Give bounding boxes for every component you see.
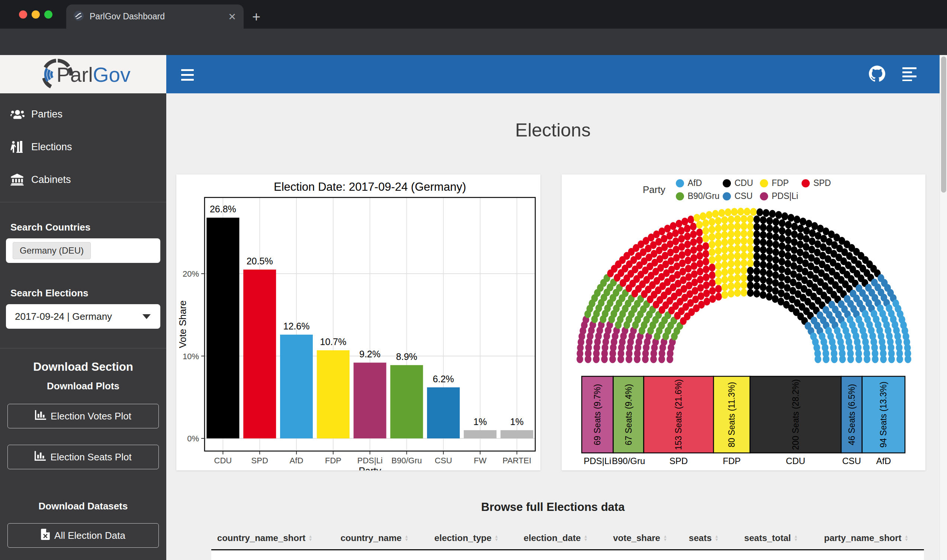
seat-dot-FDP xyxy=(728,290,734,297)
column-header-party_name_short[interactable]: party_name_short▲▼ xyxy=(824,533,909,543)
legend-item-PDS|Li: PDS|Li xyxy=(760,191,802,201)
legend-item-FDP: FDP xyxy=(760,178,802,188)
browser-tab[interactable]: ParlGov Dashboard ✕ xyxy=(66,5,243,29)
column-header-country_name[interactable]: country_name▲▼ xyxy=(341,533,409,543)
seat-dot-FDP xyxy=(734,215,741,223)
column-header-label: election_date xyxy=(524,533,581,543)
column-header-vote_share[interactable]: vote_share▲▼ xyxy=(613,533,667,543)
sidebar-item-elections[interactable]: Elections xyxy=(0,131,166,163)
new-tab-button[interactable]: + xyxy=(252,9,260,25)
page-scrollbar-thumb[interactable] xyxy=(941,57,946,192)
sort-icon[interactable]: ▲▼ xyxy=(494,535,499,542)
table-body xyxy=(211,550,924,560)
seat-dot-SPD xyxy=(690,246,697,254)
sort-icon[interactable]: ▲▼ xyxy=(584,535,588,542)
column-header-label: seats_total xyxy=(744,533,791,543)
seat-dot-FDP xyxy=(721,238,728,246)
sort-icon[interactable]: ▲▼ xyxy=(405,535,409,542)
votes-plot-card: Election Date: 2017-09-24 (Germany)26.8%… xyxy=(176,174,540,471)
seat-dot-CDU xyxy=(760,291,767,298)
header-menu-icon[interactable] xyxy=(902,66,919,83)
country-search-input[interactable]: Germany (DEU) xyxy=(6,238,160,263)
seat-dot-FDP xyxy=(728,252,734,260)
column-header-seats_total[interactable]: seats_total▲▼ xyxy=(744,533,798,543)
seat-dot-FDP xyxy=(708,241,715,248)
legend-dot xyxy=(760,192,768,200)
all-election-data-button[interactable]: All Election Data xyxy=(8,523,159,548)
column-header-election_date[interactable]: election_date▲▼ xyxy=(524,533,588,543)
seat-dot-SPD xyxy=(715,293,722,300)
sort-icon[interactable]: ▲▼ xyxy=(663,535,667,542)
seat-dot-SPD xyxy=(685,265,692,272)
seat-dot-CDU xyxy=(773,233,779,241)
sort-icon[interactable]: ▲▼ xyxy=(794,535,798,542)
column-header-country_name_short[interactable]: country_name_short▲▼ xyxy=(217,533,313,543)
users-icon xyxy=(11,109,27,120)
tab-close-icon[interactable]: ✕ xyxy=(228,12,236,22)
country-token[interactable]: Germany (DEU) xyxy=(13,242,91,259)
legend-item-AfD: AfD xyxy=(676,178,723,188)
legend-label: SPD xyxy=(813,178,831,188)
seat-dot-SPD xyxy=(681,217,688,225)
sort-icon[interactable]: ▲▼ xyxy=(308,535,313,542)
column-header-label: country_name_short xyxy=(217,533,305,543)
seat-dot-FDP xyxy=(741,259,747,267)
column-header-election_type[interactable]: election_type▲▼ xyxy=(434,533,499,543)
sidebar-item-label: Cabinets xyxy=(31,174,71,186)
votes-chart-title: Election Date: 2017-09-24 (Germany) xyxy=(274,180,466,193)
seat-dot-CDU xyxy=(803,235,810,243)
seat-segment-party-label: PDS|Li xyxy=(584,456,611,466)
seat-dot-SPD xyxy=(690,223,697,231)
sidebar-toggle-icon[interactable] xyxy=(181,69,194,84)
sidebar-item-label: Parties xyxy=(31,109,63,120)
column-header-label: election_type xyxy=(434,533,491,543)
seat-dot-CDU xyxy=(803,243,809,251)
sidebar-item-cabinets[interactable]: Cabinets xyxy=(0,163,166,196)
search-countries-label: Search Countries xyxy=(0,222,166,233)
seat-dot-CDU xyxy=(760,268,767,276)
seat-dot-FDP xyxy=(721,231,728,239)
seat-dot-CDU xyxy=(763,209,770,217)
seat-segment-label: 46 Seats (6.5%) xyxy=(847,384,857,445)
bar-CSU xyxy=(427,388,460,438)
seat-dot-FDP xyxy=(702,219,709,227)
seat-dot-CDU xyxy=(766,217,773,225)
election-seats-plot-button[interactable]: Election Seats Plot xyxy=(8,445,159,469)
seat-dot-FDP xyxy=(708,256,715,264)
minimize-window-button[interactable] xyxy=(32,11,40,18)
seat-segment-party-label: CDU xyxy=(786,456,805,466)
sort-icon[interactable]: ▲▼ xyxy=(905,535,909,542)
page-scrollbar-track[interactable] xyxy=(939,55,947,560)
seat-dot-SPD xyxy=(687,216,694,223)
seat-dot-FDP xyxy=(741,252,747,260)
sort-icon[interactable]: ▲▼ xyxy=(714,535,719,542)
close-window-button[interactable] xyxy=(19,11,27,18)
election-select[interactable]: 2017-09-24 | Germany xyxy=(6,304,160,329)
election-select-value: 2017-09-24 | Germany xyxy=(15,311,142,322)
sidebar-item-parties[interactable]: Parties xyxy=(0,98,166,131)
bar-SPD xyxy=(243,269,276,438)
seat-dot-FDP xyxy=(721,216,728,224)
seat-dot-CDU xyxy=(754,223,760,231)
seat-dot-CDU xyxy=(784,260,791,267)
seat-dot-CDU xyxy=(775,211,782,218)
seat-dot-CDU xyxy=(809,229,816,237)
seat-dot-CDU xyxy=(784,268,791,275)
column-header-seats[interactable]: seats▲▼ xyxy=(689,533,719,543)
seat-dot-FDP xyxy=(715,240,722,247)
seat-dot-SPD xyxy=(703,250,709,258)
maximize-window-button[interactable] xyxy=(44,11,52,18)
seat-dot-SPD xyxy=(703,258,709,266)
election-votes-plot-button[interactable]: Election Votes Plot xyxy=(8,404,159,428)
seat-dot-CDU xyxy=(769,210,776,218)
seat-dot-FDP xyxy=(721,291,728,298)
seat-dot-SPD xyxy=(697,268,704,275)
seat-segment-party-label: AfD xyxy=(876,456,891,466)
github-icon[interactable] xyxy=(869,65,885,83)
parlgov-logo: ParlGov xyxy=(36,58,147,91)
all-election-data-label: All Election Data xyxy=(54,530,125,542)
bar-value-label: 12.6% xyxy=(283,321,310,331)
seat-dot-FDP xyxy=(721,246,728,254)
seat-dot-CDU xyxy=(791,231,798,238)
seat-dot-CDU xyxy=(766,262,773,270)
